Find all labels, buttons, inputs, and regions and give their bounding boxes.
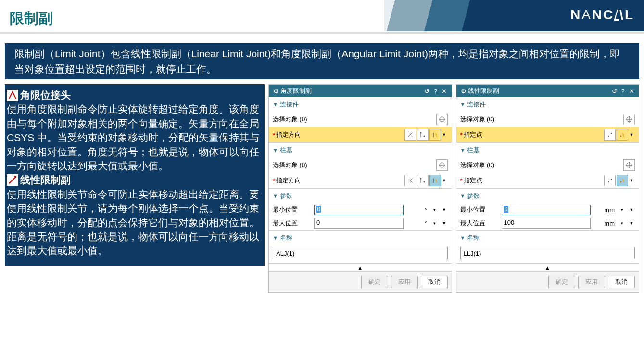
linear-limit-dialog: ⚙ 线性限制副 ↺ ? ✕ ▼连接件 选择对象 (0) *指定点 ▼ ▼柱基 选… <box>456 84 640 293</box>
vector-tool-icon-1[interactable] <box>404 175 416 186</box>
section-connector[interactable]: ▼连接件 <box>456 97 639 112</box>
vector-dropdown[interactable]: ▼ <box>441 178 448 183</box>
vector-tool-icon-3[interactable] <box>429 175 441 186</box>
expr-dropdown[interactable]: ▼ <box>441 221 448 226</box>
required-asterisk: * <box>460 131 463 139</box>
max-pos-unit: ° <box>406 220 429 227</box>
section-params[interactable]: ▼参数 <box>456 189 639 203</box>
row-specify-point[interactable]: *指定点 ▼ <box>456 127 639 142</box>
max-pos-label: 最大位置 <box>273 219 311 228</box>
angle-limit-icon <box>7 90 18 101</box>
svg-point-27 <box>608 181 609 182</box>
min-pos-input[interactable]: 0 <box>502 205 591 215</box>
row-base-point[interactable]: *指定点 ▼ <box>456 173 639 188</box>
svg-point-7 <box>423 136 425 137</box>
row-min-position: 最小位置 0 mm ▾ ▼ <box>456 203 639 217</box>
angular-limit-dialog: ⚙ 角度限制副 ↺ ? ✕ ▼连接件 选择对象 (0) *指定方向 ▼ ▼柱基 … <box>268 84 452 293</box>
point-dropdown[interactable]: ▼ <box>628 178 635 183</box>
page-header: 限制副 NANC/\L <box>0 0 644 34</box>
dialog-title: 角度限制副 <box>280 87 423 95</box>
vector-tool-icon-3[interactable] <box>429 129 441 141</box>
dialog-titlebar[interactable]: ⚙ 角度限制副 ↺ ? ✕ <box>269 85 452 97</box>
min-pos-input[interactable]: 0 <box>314 205 404 215</box>
dialog-title: 线性限制副 <box>468 87 610 95</box>
left-heading-2: 线性限制副 <box>20 173 71 187</box>
min-pos-unit: ° <box>406 206 429 214</box>
base-dir-label: 指定方向 <box>276 176 301 185</box>
base-point-label: 指定点 <box>464 176 482 185</box>
section-name[interactable]: ▼名称 <box>456 231 639 245</box>
unit-dropdown[interactable]: ▾ <box>619 207 625 212</box>
unit-dropdown[interactable]: ▾ <box>431 221 438 226</box>
point-tool-icon-2[interactable] <box>617 129 628 141</box>
select-object-label: 选择对象 (0) <box>273 115 307 124</box>
svg-point-15 <box>420 178 421 180</box>
gear-icon[interactable]: ⚙ <box>272 88 280 95</box>
reset-icon[interactable]: ↺ <box>610 88 619 95</box>
dialog-titlebar[interactable]: ⚙ 线性限制副 ↺ ? ✕ <box>456 85 639 97</box>
row-max-position: 最大位置 100 mm ▾ ▼ <box>456 217 639 230</box>
close-icon[interactable]: ✕ <box>627 88 636 95</box>
help-icon[interactable]: ? <box>619 88 627 95</box>
row-base-select[interactable]: 选择对象 (0) <box>456 157 639 173</box>
unit-dropdown[interactable]: ▾ <box>619 221 625 226</box>
row-base-direction[interactable]: *指定方向 ▼ <box>269 173 452 188</box>
min-pos-label: 最小位置 <box>273 206 311 214</box>
cancel-button[interactable]: 取消 <box>421 276 448 288</box>
row-specify-direction[interactable]: *指定方向 ▼ <box>269 127 452 142</box>
svg-point-28 <box>611 179 612 180</box>
intro-text: 限制副（Limit Joint）包含线性限制副（Linear Limit Joi… <box>5 43 639 79</box>
expr-dropdown[interactable]: ▼ <box>628 207 635 212</box>
spec-point-label: 指定点 <box>464 130 482 139</box>
point-tool-icon-2[interactable] <box>617 175 628 186</box>
vector-dropdown[interactable]: ▼ <box>441 132 448 137</box>
section-base[interactable]: ▼柱基 <box>456 143 639 157</box>
vector-tool-icon-1[interactable] <box>404 129 416 141</box>
unit-dropdown[interactable]: ▾ <box>431 207 438 212</box>
ok-button[interactable]: 确定 <box>548 276 575 288</box>
section-params[interactable]: ▼参数 <box>269 189 452 203</box>
linear-limit-icon <box>7 174 18 186</box>
point-tool-icon-1[interactable] <box>604 175 616 186</box>
reset-icon[interactable]: ↺ <box>423 88 431 95</box>
required-asterisk: * <box>273 177 275 184</box>
row-base-select[interactable]: 选择对象 (0) <box>269 157 452 173</box>
point-tool-icon-1[interactable] <box>604 129 616 141</box>
gear-icon[interactable]: ⚙ <box>459 88 468 95</box>
left-para-1: 使用角度限制副命令防止实体旋转超过给定角度。该角度由与每个附加对象相关的两个向量… <box>7 102 263 173</box>
expr-dropdown[interactable]: ▼ <box>628 221 635 226</box>
target-icon[interactable] <box>623 114 635 125</box>
cancel-button[interactable]: 取消 <box>608 276 635 288</box>
vector-tool-icon-2[interactable] <box>417 175 429 186</box>
ok-button[interactable]: 确定 <box>361 276 388 288</box>
help-icon[interactable]: ? <box>431 88 440 95</box>
base-select-label: 选择对象 (0) <box>460 161 495 169</box>
target-icon[interactable] <box>436 114 448 125</box>
row-select-object[interactable]: 选择对象 (0) <box>269 112 452 127</box>
main-layout: 角限位接头 使用角度限制副命令防止实体旋转超过给定角度。该角度由与每个附加对象相… <box>0 84 644 293</box>
target-icon[interactable] <box>436 159 448 171</box>
target-icon[interactable] <box>623 159 635 171</box>
spec-dir-label: 指定方向 <box>276 130 301 139</box>
row-select-object[interactable]: 选择对象 (0) <box>456 112 639 127</box>
svg-point-29 <box>620 181 622 183</box>
select-object-label: 选择对象 (0) <box>460 115 495 124</box>
max-pos-input[interactable]: 0 <box>314 218 404 229</box>
section-base[interactable]: ▼柱基 <box>269 143 452 157</box>
collapse-arrow[interactable]: ▲ <box>269 263 452 271</box>
row-max-position: 最大位置 0 ° ▾ ▼ <box>269 217 452 230</box>
collapse-arrow[interactable]: ▲ <box>456 263 639 271</box>
section-name[interactable]: ▼名称 <box>269 231 452 245</box>
section-connector[interactable]: ▼连接件 <box>269 97 452 112</box>
apply-button[interactable]: 应用 <box>578 276 605 288</box>
apply-button[interactable]: 应用 <box>391 276 418 288</box>
vector-tool-icon-2[interactable] <box>417 129 429 141</box>
close-icon[interactable]: ✕ <box>440 88 449 95</box>
min-pos-label: 最小位置 <box>460 206 499 214</box>
point-dropdown[interactable]: ▼ <box>628 132 635 137</box>
expr-dropdown[interactable]: ▼ <box>441 207 448 212</box>
max-pos-input[interactable]: 100 <box>502 218 591 229</box>
max-pos-unit: mm <box>593 220 616 227</box>
name-input[interactable] <box>460 247 635 259</box>
name-input[interactable] <box>273 247 448 259</box>
